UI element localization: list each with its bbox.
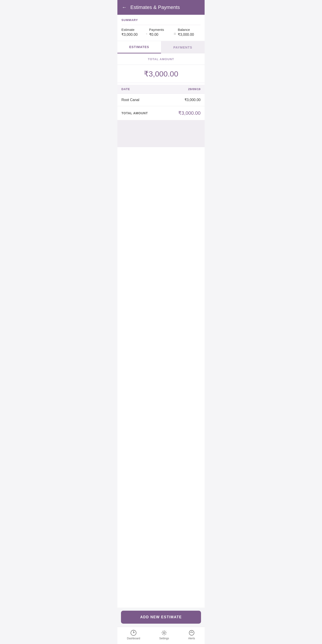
payments-col: Payments ₹0.00 bbox=[149, 28, 172, 37]
balance-value: ₹3,000.00 bbox=[178, 32, 200, 37]
svg-point-3 bbox=[189, 630, 194, 635]
add-estimate-button[interactable]: ADD NEW ESTIMATE bbox=[121, 611, 201, 624]
header: ← Estimates & Payments bbox=[118, 0, 204, 15]
nav-item-dashboard[interactable]: Dashboard bbox=[127, 630, 140, 640]
dashboard-label: Dashboard bbox=[127, 637, 140, 640]
settings-label: Settings bbox=[159, 637, 169, 640]
payments-label: Payments bbox=[149, 28, 172, 32]
alerts-label: Alerts bbox=[188, 637, 195, 640]
page-title: Estimates & Payments bbox=[130, 4, 180, 10]
total-amount-header-label: TOTAL AMOUNT bbox=[148, 58, 174, 61]
date-value: 29/09/19 bbox=[188, 88, 200, 91]
nav-item-alerts[interactable]: Alerts bbox=[188, 630, 195, 640]
big-amount-value: ₹3,000.00 bbox=[144, 70, 178, 78]
tab-estimates[interactable]: ESTIMATES bbox=[118, 41, 161, 54]
settings-icon bbox=[161, 630, 167, 636]
alerts-icon bbox=[188, 630, 195, 636]
svg-point-2 bbox=[163, 632, 165, 634]
total-amount-header: TOTAL AMOUNT bbox=[118, 54, 204, 65]
minus-operator: - bbox=[144, 32, 149, 36]
empty-area bbox=[118, 120, 204, 147]
total-row-amount: ₹3,000.00 bbox=[178, 110, 200, 116]
date-label: DATE bbox=[122, 88, 130, 91]
summary-label: SUMMARY bbox=[122, 18, 200, 22]
nav-item-settings[interactable]: Settings bbox=[159, 630, 169, 640]
estimate-label: Estimate bbox=[122, 28, 144, 32]
table-row: Root Canal ₹3,000.00 bbox=[118, 94, 204, 106]
total-row-label: TOTAL AMOUNT bbox=[122, 111, 148, 115]
line-item-name: Root Canal bbox=[122, 98, 139, 102]
equals-operator: = bbox=[172, 32, 178, 36]
estimate-col: Estimate ₹3,000.00 bbox=[122, 28, 144, 37]
tabs-container: ESTIMATES PAYMENTS bbox=[118, 41, 204, 54]
big-amount-row: ₹3,000.00 bbox=[118, 65, 204, 83]
balance-label: Balance bbox=[178, 28, 200, 32]
summary-section: SUMMARY Estimate ₹3,000.00 - Payments ₹0… bbox=[118, 15, 204, 41]
estimate-value: ₹3,000.00 bbox=[122, 32, 144, 37]
dashboard-icon bbox=[130, 630, 137, 636]
svg-point-1 bbox=[133, 632, 134, 633]
tab-payments[interactable]: PAYMENTS bbox=[161, 41, 204, 54]
total-row: TOTAL AMOUNT ₹3,000.00 bbox=[118, 106, 204, 120]
date-section: DATE 29/09/19 bbox=[118, 85, 204, 94]
summary-row: Estimate ₹3,000.00 - Payments ₹0.00 = Ba… bbox=[122, 28, 200, 37]
payments-value: ₹0.00 bbox=[149, 32, 172, 37]
line-item-amount: ₹3,000.00 bbox=[184, 98, 200, 102]
balance-col: Balance ₹3,000.00 bbox=[178, 28, 200, 37]
estimates-content: TOTAL AMOUNT ₹3,000.00 DATE 29/09/19 Roo… bbox=[118, 54, 204, 608]
back-button[interactable]: ← bbox=[122, 4, 127, 10]
bottom-nav: Dashboard Settings Alerts bbox=[118, 627, 204, 644]
